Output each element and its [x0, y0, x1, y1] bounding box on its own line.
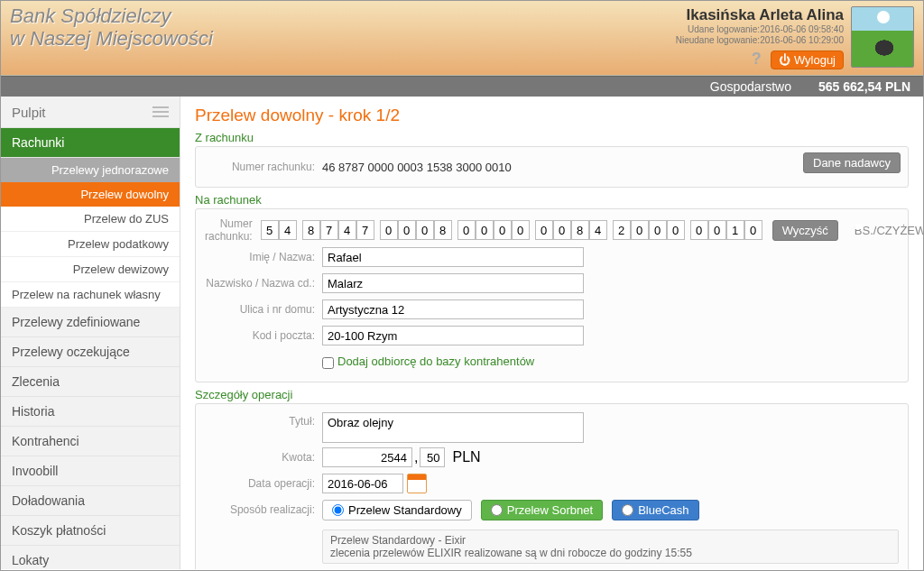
- account-name: Gospodarstwo: [710, 79, 791, 94]
- user-block: Ikasińska Arleta Alina Udane logowanie:2…: [676, 6, 844, 69]
- account-digit[interactable]: [535, 220, 553, 240]
- sidebar-item-invoobill[interactable]: Invoobill: [1, 456, 180, 486]
- account-digit[interactable]: [667, 220, 685, 240]
- sidebar-item-zdefiniowane[interactable]: Przelewy zdefiniowane: [1, 308, 180, 337]
- section-z-rachunku: Z rachunku: [195, 131, 909, 144]
- account-digit[interactable]: [398, 220, 416, 240]
- label-street: Ulica i nr domu:: [205, 303, 322, 316]
- account-digit[interactable]: [690, 220, 708, 240]
- login-success: Udane logowanie:2016-06-06 09:58:40: [676, 24, 844, 35]
- sidebar-item-oczekujace[interactable]: Przelewy oczekujące: [1, 337, 180, 367]
- sidebar-sub-wlasny[interactable]: Przelew na rachunek własny: [1, 282, 180, 308]
- label-surname: Nazwisko / Nazwa cd.:: [205, 277, 322, 290]
- account-digit[interactable]: [457, 220, 476, 240]
- account-digit[interactable]: [553, 220, 571, 240]
- sidebar: Pulpit Rachunki Przelewy jednorazowe Prz…: [1, 97, 180, 569]
- method-bluecash[interactable]: BlueCash: [612, 500, 698, 520]
- account-digit[interactable]: [589, 220, 607, 240]
- clear-account-button[interactable]: Wyczyść: [772, 220, 838, 241]
- login-fail: Nieudane logowanie:2016-06-06 10:29:00: [676, 35, 844, 46]
- panel-na-rachunek: Numer rachunku: Wyczyść BS./CZYŻEW Imię …: [195, 208, 909, 382]
- sidebar-item-koszyk[interactable]: Koszyk płatności: [1, 516, 180, 546]
- calendar-icon[interactable]: [407, 474, 427, 493]
- help-icon[interactable]: ?: [752, 50, 762, 68]
- avatar: [851, 6, 914, 68]
- label-amount: Kwota:: [205, 451, 322, 464]
- sidebar-sub-podatkowy[interactable]: Przelew podatkowy: [1, 232, 180, 257]
- account-digit[interactable]: [320, 220, 338, 240]
- postal-input[interactable]: [322, 326, 584, 345]
- sidebar-item-lokaty[interactable]: Lokaty: [1, 546, 180, 571]
- amount-decimal-input[interactable]: [420, 447, 445, 467]
- sender-data-button[interactable]: Dane nadawcy: [803, 152, 901, 173]
- account-digit[interactable]: [726, 220, 744, 240]
- sidebar-item-historia[interactable]: Historia: [1, 397, 180, 427]
- add-recipient-checkbox[interactable]: Dodaj odbiorcę do bazy kontrahentów: [322, 355, 534, 368]
- method-sorbnet[interactable]: Przelew Sorbnet: [481, 500, 603, 520]
- label-from-account: Numer rachunku:: [205, 161, 322, 173]
- name-input[interactable]: [322, 247, 584, 267]
- account-summary-bar: Gospodarstwo 565 662,54 PLN: [1, 76, 923, 97]
- panel-z-rachunku: Numer rachunku: 46 8787 0000 0003 1538 3…: [195, 146, 909, 188]
- method-info-box: Przelew Standardowy - Eixir zlecenia prz…: [322, 530, 899, 564]
- label-date: Data operacji:: [205, 477, 322, 490]
- surname-input[interactable]: [322, 273, 584, 293]
- panel-szczegoly: Tytuł: Obraz olejny Kwota: , PLN Data op…: [195, 403, 909, 569]
- recipient-bank-name: BS./CZYŻEW: [855, 224, 923, 237]
- account-digit[interactable]: [302, 220, 320, 240]
- section-na-rachunek: Na rachunek: [195, 193, 909, 207]
- account-balance: 565 662,54 PLN: [818, 79, 910, 94]
- section-szczegoly: Szczegóły operacji: [195, 388, 909, 401]
- account-digit[interactable]: [631, 220, 649, 240]
- label-title: Tytuł:: [205, 412, 322, 428]
- sidebar-sub-dowolny[interactable]: Przelew dowolny: [1, 182, 180, 207]
- amount-currency: PLN: [452, 449, 480, 465]
- title-input[interactable]: Obraz olejny: [322, 412, 584, 443]
- account-digit[interactable]: [261, 220, 279, 240]
- street-input[interactable]: [322, 299, 584, 319]
- account-digit[interactable]: [613, 220, 631, 240]
- label-name: Imię / Nazwa:: [205, 251, 322, 263]
- logout-button[interactable]: ⏻ Wyloguj: [771, 51, 844, 69]
- sidebar-item-pulpit[interactable]: Pulpit: [1, 97, 180, 128]
- account-digit[interactable]: [279, 220, 297, 240]
- label-postal: Kod i poczta:: [205, 329, 322, 342]
- app-header: Bank Spółdzielczy w Naszej Miejscowości …: [1, 1, 923, 76]
- user-name: Ikasińska Arleta Alina: [676, 6, 844, 24]
- account-digit[interactable]: [338, 220, 356, 240]
- amount-integer-input[interactable]: [322, 447, 412, 467]
- sidebar-item-doladowania[interactable]: Doładowania: [1, 486, 180, 516]
- sidebar-item-kontrahenci[interactable]: Kontrahenci: [1, 427, 180, 456]
- account-digit[interactable]: [708, 220, 726, 240]
- sidebar-sub-zus[interactable]: Przelew do ZUS: [1, 207, 180, 232]
- date-input[interactable]: [322, 474, 403, 493]
- sidebar-sub-dewizowy[interactable]: Przelew dewizowy: [1, 257, 180, 282]
- from-account-number: 46 8787 0000 0003 1538 3000 0010: [322, 161, 512, 174]
- to-account-input[interactable]: [260, 219, 763, 241]
- page-title: Przelew dowolny - krok 1/2: [195, 106, 909, 125]
- account-digit[interactable]: [416, 220, 434, 240]
- account-digit[interactable]: [476, 220, 494, 240]
- account-digit[interactable]: [649, 220, 667, 240]
- label-to-account: Numer rachunku:: [205, 217, 260, 243]
- account-digit[interactable]: [744, 220, 762, 240]
- sidebar-item-zlecenia[interactable]: Zlecenia: [1, 367, 180, 397]
- sidebar-item-rachunki[interactable]: Rachunki: [1, 128, 180, 158]
- account-digit[interactable]: [356, 220, 374, 240]
- account-digit[interactable]: [380, 220, 398, 240]
- main-content: Przelew dowolny - krok 1/2 Z rachunku Nu…: [180, 97, 923, 569]
- account-digit[interactable]: [512, 220, 530, 240]
- hamburger-icon[interactable]: [152, 104, 169, 120]
- method-standard[interactable]: Przelew Standardowy: [322, 500, 472, 520]
- account-digit[interactable]: [494, 220, 512, 240]
- account-digit[interactable]: [571, 220, 589, 240]
- account-digit[interactable]: [434, 220, 452, 240]
- sidebar-sub-jednorazowe[interactable]: Przelewy jednorazowe: [1, 158, 180, 182]
- label-method: Sposób realizacji:: [205, 503, 322, 516]
